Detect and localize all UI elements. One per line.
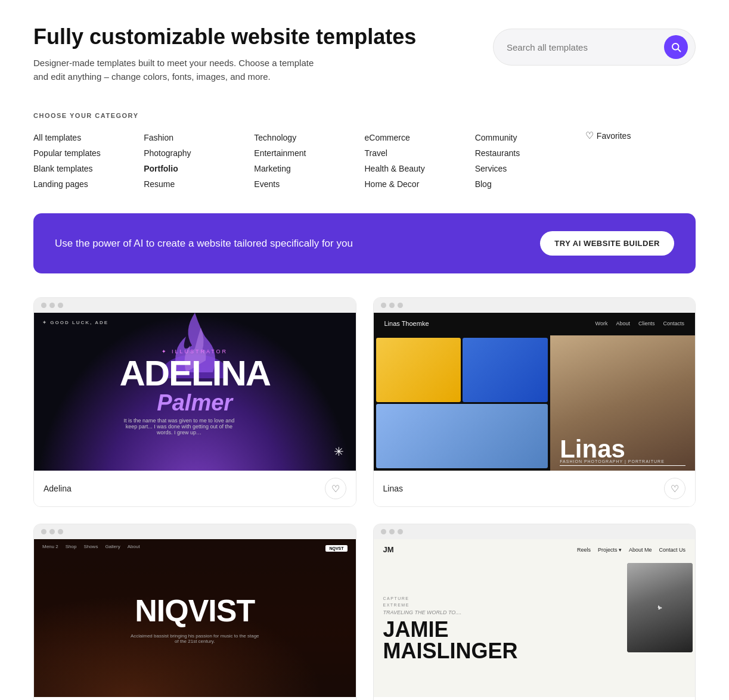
search-bar <box>493 29 696 66</box>
linas-right-panel: Linas FASHION PHOTOGRAPHY | PORTRAITURE <box>550 335 695 471</box>
category-item-services[interactable]: Services <box>475 161 585 176</box>
template-card-linas: Linas Thoemke Work About Clients Contact… <box>373 297 696 507</box>
heart-icon: ♡ <box>671 483 679 494</box>
category-item-landing[interactable]: Landing pages <box>33 176 144 192</box>
jamie-logo: JM <box>383 545 394 554</box>
window-dot-3 <box>398 303 403 308</box>
linas-preview[interactable]: Linas Thoemke Work About Clients Contact… <box>374 313 696 471</box>
niqvist-nav-about: About <box>128 544 140 549</box>
window-dot-1 <box>41 529 46 534</box>
category-item-resume[interactable]: Resume <box>144 176 254 192</box>
niqvist-nav-gallery: Gallery <box>105 544 120 549</box>
window-dot-2 <box>49 529 55 534</box>
category-item-fashion[interactable]: Fashion <box>144 130 254 145</box>
niqvist-title-block: Niqvist Acclaimed bassist bringing his p… <box>129 593 260 644</box>
template-card-jamie: JM Reels Projects ▾ About Me Contact Us … <box>373 524 696 700</box>
adelina-sub-text: It is the name that was given to me to l… <box>119 418 238 435</box>
card-header-jamie <box>374 524 696 539</box>
template-card-adelina: ✦ ILLUSTRATOR ADELINA Palmer It is the n… <box>33 297 356 507</box>
category-item-events[interactable]: Events <box>254 176 364 192</box>
niqvist-nav-shows: Shows <box>83 544 98 549</box>
window-dot-3 <box>58 529 63 534</box>
linas-big-name: Linas <box>560 437 625 461</box>
window-dot-3 <box>398 529 403 534</box>
category-item-ecommerce[interactable]: eCommerce <box>365 130 475 145</box>
category-item-travel[interactable]: Travel <box>365 145 475 161</box>
jamie-content: CAPTURE EXTREME TRAVELING THE WORLD TO..… <box>374 561 696 697</box>
linas-nav-links: Work About Clients Contacts <box>595 321 684 326</box>
category-item-restaurants[interactable]: Restaurants <box>475 145 585 161</box>
jamie-preview[interactable]: JM Reels Projects ▾ About Me Contact Us … <box>374 539 696 697</box>
svg-point-0 <box>672 43 679 50</box>
linas-nav-name: Linas Thoemke <box>384 320 429 327</box>
category-item-favorites[interactable]: ♡ Favorites <box>585 130 696 141</box>
page-description: Designer-made templates built to meet yo… <box>33 57 319 83</box>
category-item-community[interactable]: Community <box>475 130 585 145</box>
linas-nav-work: Work <box>595 321 608 326</box>
category-item-technology[interactable]: Technology <box>254 130 364 145</box>
niqvist-preview[interactable]: Menu 2 Shop Shows Gallery About NQVST Ni… <box>34 539 356 697</box>
page-header: Fully customizable website templates Des… <box>33 24 696 83</box>
jamie-nav-projects: Projects ▾ <box>598 547 622 553</box>
linas-content: Linas FASHION PHOTOGRAPHY | PORTRAITURE <box>374 335 696 471</box>
jamie-footer: Jamie Maislinger ♡ <box>374 697 696 700</box>
jamie-nav-contact: Contact Us <box>659 547 685 553</box>
niqvist-subtitle: Acclaimed bassist bringing his passion f… <box>129 633 260 644</box>
category-item-homedecor[interactable]: Home & Decor <box>365 176 475 192</box>
adelina-favorite-button[interactable]: ♡ <box>325 478 346 499</box>
category-item-photography[interactable]: Photography <box>144 145 254 161</box>
linas-footer: Linas ♡ <box>374 471 696 506</box>
jamie-big-name: JAMIEMAISLINGER <box>383 619 551 662</box>
category-item-health[interactable]: Health & Beauty <box>365 161 475 176</box>
category-item-portfolio[interactable]: Portfolio <box>144 161 254 176</box>
niqvist-brand-badge: NQVST <box>325 545 347 552</box>
category-item-popular[interactable]: Popular templates <box>33 145 144 161</box>
linas-nav-clients: Clients <box>638 321 655 326</box>
adelina-big-name: ADELINA <box>119 356 270 391</box>
ai-banner: Use the power of AI to create a website … <box>33 213 696 273</box>
heart-outline-icon: ♡ <box>585 130 594 141</box>
search-button[interactable] <box>664 35 688 59</box>
window-dot-1 <box>381 529 386 534</box>
card-header-linas <box>374 298 696 313</box>
jamie-label-extreme: EXTREME <box>383 603 551 607</box>
search-input[interactable] <box>507 42 664 52</box>
category-item-blank[interactable]: Blank templates <box>33 161 144 176</box>
linas-nav-about: About <box>616 321 630 326</box>
linas-name: Linas <box>383 484 403 493</box>
niqvist-footer: Niqvist ♡ <box>34 697 356 700</box>
linas-photo-3 <box>376 404 548 468</box>
niqvist-nav-menu: Menu 2 <box>42 544 58 549</box>
linas-photo-1 <box>376 338 461 402</box>
template-card-niqvist: Menu 2 Shop Shows Gallery About NQVST Ni… <box>33 524 356 700</box>
favorites-label: Favorites <box>597 131 631 141</box>
category-section: CHOOSE YOUR CATEGORY All templates Popul… <box>33 112 696 192</box>
linas-nav-contacts: Contacts <box>663 321 684 326</box>
window-dot-3 <box>58 303 63 308</box>
card-header-adelina <box>34 298 356 313</box>
window-dot-2 <box>389 529 395 534</box>
ai-builder-button[interactable]: TRY AI WEBSITE BUILDER <box>540 231 674 256</box>
adelina-preview[interactable]: ✦ ILLUSTRATOR ADELINA Palmer It is the n… <box>34 313 356 471</box>
linas-link-line <box>560 465 685 466</box>
jamie-nav-reels: Reels <box>577 547 591 553</box>
category-item-marketing[interactable]: Marketing <box>254 161 364 176</box>
adelina-name: Adelina <box>44 484 72 493</box>
category-item-entertainment[interactable]: Entertainment <box>254 145 364 161</box>
star-icon: ✳ <box>334 444 344 459</box>
jamie-action-text: ⛷ <box>657 605 662 611</box>
header-text: Fully customizable website templates Des… <box>33 24 416 83</box>
page-title: Fully customizable website templates <box>33 24 416 49</box>
jamie-nav: JM Reels Projects ▾ About Me Contact Us <box>374 539 696 560</box>
category-label: CHOOSE YOUR CATEGORY <box>33 112 696 119</box>
category-item-all[interactable]: All templates <box>33 130 144 145</box>
search-icon <box>671 42 681 52</box>
jamie-tagline: TRAVELING THE WORLD TO.... <box>383 609 551 615</box>
linas-photo-2 <box>463 338 548 402</box>
svg-line-1 <box>678 49 681 52</box>
niqvist-title: Niqvist <box>129 593 260 629</box>
category-item-blog[interactable]: Blog <box>475 176 585 192</box>
linas-favorite-button[interactable]: ♡ <box>664 478 685 499</box>
adelina-footer: Adelina ♡ <box>34 471 356 506</box>
templates-grid: ✦ ILLUSTRATOR ADELINA Palmer It is the n… <box>33 297 696 700</box>
